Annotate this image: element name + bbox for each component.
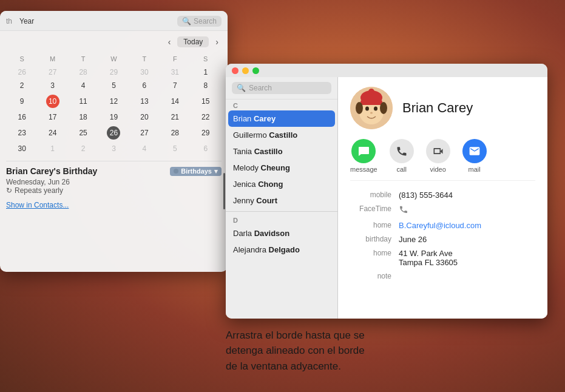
cal-day[interactable]: 9 (7, 93, 36, 110)
info-row-facetime: FaceTime (350, 204, 535, 216)
weekday-sat: S (191, 54, 220, 65)
cal-day[interactable]: 17 (38, 111, 67, 123)
cal-day[interactable]: 3 (99, 143, 128, 155)
cal-day[interactable]: 1 (38, 143, 67, 155)
cal-day[interactable]: 25 (69, 124, 98, 141)
cal-day[interactable]: 29 (191, 124, 220, 141)
cal-day[interactable]: 6 (191, 143, 220, 155)
mail-button[interactable]: mail (462, 139, 487, 173)
cal-day[interactable]: 19 (99, 111, 128, 123)
calendar-search-box[interactable]: 🔍 Search (177, 16, 222, 27)
cal-day[interactable]: 5 (99, 79, 128, 92)
cal-day[interactable]: 26 (7, 66, 36, 78)
avatar-image (350, 87, 393, 129)
cal-day[interactable]: 15 (191, 93, 220, 110)
section-label-d: D (226, 214, 337, 225)
contact-item-darla-davidson[interactable]: Darla Davidson (226, 225, 337, 242)
cal-day[interactable]: 7 (160, 79, 189, 92)
caption-text: Arrastra el borde hasta que sedetenga al… (226, 328, 547, 374)
cal-day[interactable]: 18 (69, 111, 98, 123)
calendar-grid: S M T W T F S 26 27 28 29 30 31 1 (6, 53, 222, 156)
cal-day[interactable]: 4 (130, 143, 159, 155)
cal-day[interactable]: 12 (99, 93, 128, 110)
cal-day[interactable]: 6 (130, 79, 159, 92)
info-row-mobile: mobile (813) 555-3644 (350, 191, 535, 200)
minimize-button[interactable] (242, 67, 249, 74)
note-label: note (350, 272, 399, 280)
message-label: message (350, 166, 377, 173)
cal-day[interactable]: 21 (160, 111, 189, 123)
contacts-window: 🔍 Search C Brian Carey Guillermo Castill… (226, 64, 547, 319)
contact-detail-pane: Brian Carey message call (338, 77, 547, 319)
cal-day[interactable]: 2 (7, 79, 36, 92)
contact-item-guillermo-castillo[interactable]: Guillermo Castillo (226, 127, 337, 143)
cal-day[interactable]: 27 (38, 66, 67, 78)
weekday-mon: M (38, 54, 67, 65)
cal-day[interactable]: 2 (69, 143, 98, 155)
next-month-button[interactable]: › (212, 36, 222, 48)
cal-day[interactable]: 23 (7, 124, 36, 141)
show-in-contacts-link[interactable]: Show in Contacts... (6, 201, 69, 209)
mobile-value: (813) 555-3644 (399, 191, 453, 200)
section-label-c: C (226, 100, 337, 110)
call-icon (390, 139, 414, 163)
search-placeholder: Search (194, 17, 217, 25)
cal-day[interactable]: 5 (160, 143, 189, 155)
contact-item-tania-castillo[interactable]: Tania Castillo (226, 143, 337, 160)
cal-day[interactable]: 4 (69, 79, 98, 92)
cal-day[interactable]: 22 (191, 111, 220, 123)
cal-day[interactable]: 28 (69, 66, 98, 78)
contact-item-jenica-chong[interactable]: Jenica Chong (226, 176, 337, 192)
home-email-value[interactable]: B.Careyful@icloud.com (399, 221, 481, 230)
svg-point-9 (380, 102, 387, 114)
cal-day[interactable]: 30 (130, 66, 159, 78)
event-section: Brian Carey's Birthday Birthdays ▾ Wedne… (6, 161, 222, 210)
contact-actions: message call video (350, 139, 535, 181)
contacts-search-box[interactable]: 🔍 Search (232, 82, 331, 94)
event-calendar-badge: Birthdays ▾ (170, 167, 222, 176)
repeat-icon: ↻ (6, 186, 12, 195)
message-button[interactable]: message (350, 139, 377, 173)
call-button[interactable]: call (390, 139, 414, 173)
cal-day-selected[interactable]: 26 (99, 124, 128, 141)
contact-header: Brian Carey (350, 87, 535, 129)
cal-day[interactable]: 27 (130, 124, 159, 141)
dropdown-icon: ▾ (214, 167, 218, 175)
event-title-text: Brian Carey's Birthday (6, 166, 97, 176)
today-button[interactable]: Today (177, 36, 209, 47)
contact-item-melody-cheung[interactable]: Melody Cheung (226, 160, 337, 176)
cal-day[interactable]: 1 (191, 66, 220, 78)
contacts-sidebar: 🔍 Search C Brian Carey Guillermo Castill… (226, 77, 338, 319)
cal-day[interactable]: 16 (7, 111, 36, 123)
cal-day[interactable]: 29 (99, 66, 128, 78)
video-button[interactable]: video (426, 139, 450, 173)
cal-day[interactable]: 3 (38, 79, 67, 92)
svg-point-6 (374, 107, 377, 111)
cal-day[interactable]: 31 (160, 66, 189, 78)
video-label: video (430, 166, 445, 173)
cal-day-today[interactable]: 10 (38, 93, 67, 110)
contacts-main: 🔍 Search C Brian Carey Guillermo Castill… (226, 77, 547, 319)
fullscreen-button[interactable] (252, 67, 259, 74)
tab-th[interactable]: th (6, 17, 12, 25)
cal-day[interactable]: 11 (69, 93, 98, 110)
contact-item-brian-carey[interactable]: Brian Carey (228, 110, 335, 127)
cal-day[interactable]: 28 (160, 124, 189, 141)
weekday-wed: W (99, 54, 128, 65)
cal-day[interactable]: 24 (38, 124, 67, 141)
cal-day[interactable]: 30 (7, 143, 36, 155)
prev-month-button[interactable]: ‹ (165, 36, 174, 48)
close-button[interactable] (232, 67, 239, 74)
cal-day[interactable]: 13 (130, 93, 159, 110)
facetime-value (399, 204, 408, 216)
event-date: Wednesday, Jun 26 (6, 178, 222, 186)
home-address-label: home (350, 249, 399, 257)
call-label: call (396, 166, 407, 173)
tab-year[interactable]: Year (19, 17, 34, 25)
cal-day[interactable]: 20 (130, 111, 159, 123)
contact-item-jenny-court[interactable]: Jenny Court (226, 192, 337, 209)
resize-handle[interactable] (222, 64, 226, 319)
cal-day[interactable]: 8 (191, 79, 220, 92)
cal-day[interactable]: 14 (160, 93, 189, 110)
contact-item-alejandra-delgado[interactable]: Alejandra Delgado (226, 242, 337, 258)
